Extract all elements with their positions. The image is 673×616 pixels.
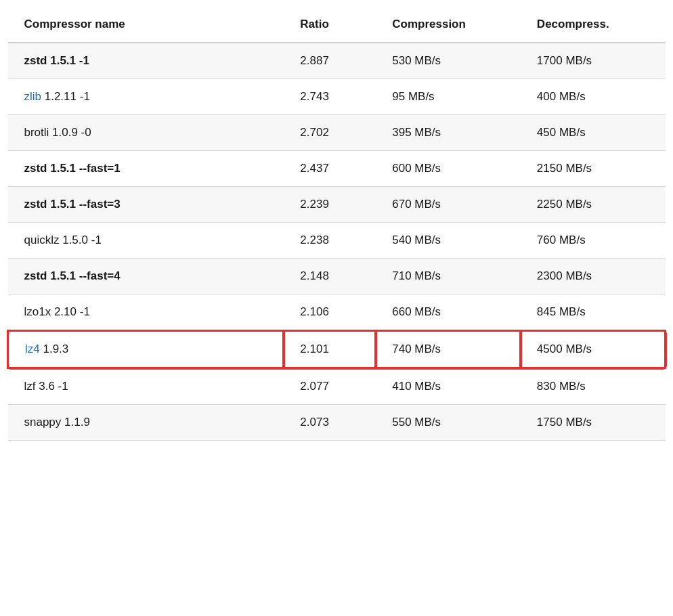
cell-name: quicklz 1.5.0 -1 (8, 223, 284, 259)
cell-name: lzo1x 2.10 -1 (8, 294, 284, 331)
cell-decompression: 1750 MB/s (521, 405, 666, 441)
cell-compression: 95 MB/s (376, 79, 521, 115)
compressor-link[interactable]: lz4 (25, 343, 40, 355)
cell-ratio: 2.437 (284, 151, 376, 187)
cell-decompression: 450 MB/s (521, 115, 666, 151)
cell-name: zlib 1.2.11 -1 (8, 79, 284, 115)
table-row: lzf 3.6 -12.077410 MB/s830 MB/s (8, 368, 666, 405)
cell-name: zstd 1.5.1 --fast=3 (8, 187, 284, 223)
table-row: lz4 1.9.32.101740 MB/s4500 MB/s (8, 331, 666, 368)
table-row: brotli 1.0.9 -02.702395 MB/s450 MB/s (8, 115, 666, 151)
cell-decompression: 760 MB/s (521, 223, 666, 259)
table-row: zstd 1.5.1 --fast=32.239670 MB/s2250 MB/… (8, 187, 666, 223)
cell-compression: 540 MB/s (376, 223, 521, 259)
cell-compression: 670 MB/s (376, 187, 521, 223)
table-row: zstd 1.5.1 --fast=42.148710 MB/s2300 MB/… (8, 259, 666, 294)
cell-name: zstd 1.5.1 --fast=4 (8, 259, 284, 294)
cell-ratio: 2.077 (284, 368, 376, 405)
cell-decompression: 400 MB/s (521, 79, 666, 115)
cell-decompression: 2250 MB/s (521, 187, 666, 223)
compression-table: Compressor name Ratio Compression Decomp… (7, 7, 666, 441)
cell-compression: 660 MB/s (376, 294, 521, 331)
cell-decompression: 4500 MB/s (521, 331, 666, 368)
cell-compression: 550 MB/s (376, 405, 521, 441)
table-body: zstd 1.5.1 -12.887530 MB/s1700 MB/szlib … (8, 43, 666, 441)
cell-name: zstd 1.5.1 -1 (8, 43, 284, 79)
cell-ratio: 2.073 (284, 405, 376, 441)
col-header-decompression: Decompress. (521, 7, 666, 43)
cell-compression: 740 MB/s (376, 331, 521, 368)
cell-compression: 395 MB/s (376, 115, 521, 151)
cell-compression: 710 MB/s (376, 259, 521, 294)
col-header-ratio: Ratio (284, 7, 376, 43)
cell-decompression: 1700 MB/s (521, 43, 666, 79)
table-row: zlib 1.2.11 -12.74395 MB/s400 MB/s (8, 79, 666, 115)
cell-name: zstd 1.5.1 --fast=1 (8, 151, 284, 187)
cell-ratio: 2.101 (284, 331, 376, 368)
cell-decompression: 2150 MB/s (521, 151, 666, 187)
compressor-link[interactable]: zlib (24, 90, 42, 103)
table-row: lzo1x 2.10 -12.106660 MB/s845 MB/s (8, 294, 666, 331)
cell-decompression: 845 MB/s (521, 294, 666, 331)
col-header-name: Compressor name (8, 7, 284, 43)
cell-ratio: 2.148 (284, 259, 376, 294)
cell-ratio: 2.702 (284, 115, 376, 151)
cell-ratio: 2.106 (284, 294, 376, 331)
cell-name: lzf 3.6 -1 (8, 368, 284, 405)
header-row: Compressor name Ratio Compression Decomp… (8, 7, 666, 43)
cell-ratio: 2.887 (284, 43, 376, 79)
cell-ratio: 2.743 (284, 79, 376, 115)
cell-compression: 530 MB/s (376, 43, 521, 79)
table-row: zstd 1.5.1 -12.887530 MB/s1700 MB/s (8, 43, 666, 79)
col-header-compression: Compression (376, 7, 521, 43)
cell-compression: 600 MB/s (376, 151, 521, 187)
cell-decompression: 830 MB/s (521, 368, 666, 405)
table-header: Compressor name Ratio Compression Decomp… (8, 7, 666, 43)
cell-name: lz4 1.9.3 (8, 331, 284, 368)
cell-compression: 410 MB/s (376, 368, 521, 405)
cell-name: brotli 1.0.9 -0 (8, 115, 284, 151)
cell-name: snappy 1.1.9 (8, 405, 284, 441)
cell-decompression: 2300 MB/s (521, 259, 666, 294)
table-row: zstd 1.5.1 --fast=12.437600 MB/s2150 MB/… (8, 151, 666, 187)
table-row: snappy 1.1.92.073550 MB/s1750 MB/s (8, 405, 666, 441)
table-row: quicklz 1.5.0 -12.238540 MB/s760 MB/s (8, 223, 666, 259)
cell-ratio: 2.239 (284, 187, 376, 223)
compression-table-wrapper: Compressor name Ratio Compression Decomp… (7, 7, 666, 441)
cell-ratio: 2.238 (284, 223, 376, 259)
